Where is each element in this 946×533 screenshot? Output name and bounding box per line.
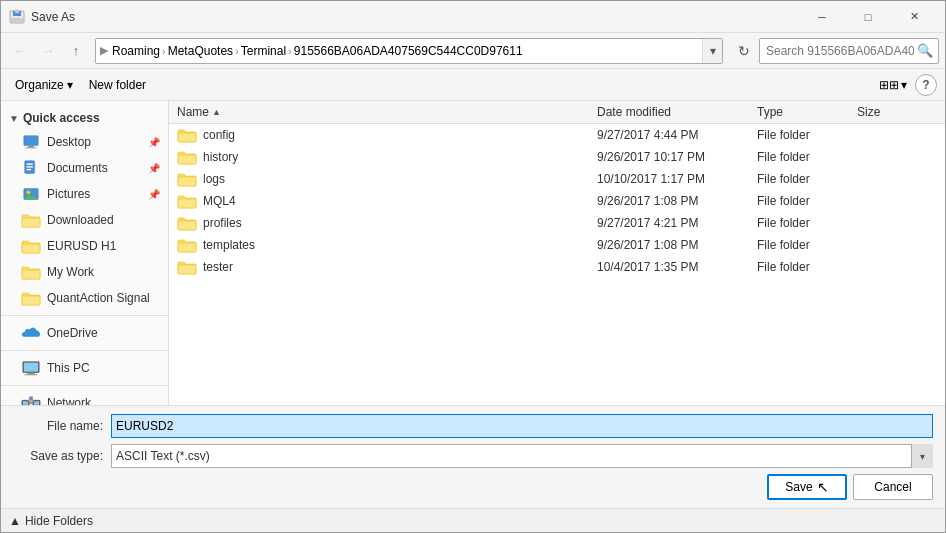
sidebar-item-documents[interactable]: Documents 📌 bbox=[1, 155, 168, 181]
filetype-label: Save as type: bbox=[13, 449, 103, 463]
minimize-button[interactable]: ─ bbox=[799, 1, 845, 33]
file-name-cell: MQL4 bbox=[177, 193, 597, 209]
hide-folders-chevron-icon: ▲ bbox=[9, 514, 21, 528]
sidebar-divider bbox=[1, 315, 168, 316]
svg-rect-15 bbox=[24, 363, 39, 372]
organize-toolbar: Organize ▾ New folder ⊞⊞ ▾ ? bbox=[1, 69, 945, 101]
breadcrumb-item: MetaQuotes bbox=[168, 44, 233, 58]
hide-folders-button[interactable]: ▲ Hide Folders bbox=[9, 514, 93, 528]
file-type: File folder bbox=[757, 128, 857, 142]
organize-button[interactable]: Organize ▾ bbox=[9, 73, 79, 97]
filename-label: File name: bbox=[13, 419, 103, 433]
folder-icon bbox=[21, 236, 41, 256]
sort-arrow-icon: ▲ bbox=[212, 107, 221, 117]
address-dropdown-button[interactable]: ▾ bbox=[702, 39, 722, 63]
sidebar-item-quantaction[interactable]: QuantAction Signal bbox=[1, 285, 168, 311]
sidebar-item-eurusd[interactable]: EURUSD H1 bbox=[1, 233, 168, 259]
file-name-cell: templates bbox=[177, 237, 597, 253]
table-row[interactable]: logs 10/10/2017 1:17 PM File folder bbox=[169, 168, 945, 190]
table-row[interactable]: MQL4 9/26/2017 1:08 PM File folder bbox=[169, 190, 945, 212]
folder-icon bbox=[177, 215, 197, 231]
folder-icon bbox=[177, 193, 197, 209]
file-type: File folder bbox=[757, 238, 857, 252]
sidebar-item-desktop[interactable]: Desktop 📌 bbox=[1, 129, 168, 155]
sidebar-item-this-pc[interactable]: This PC bbox=[1, 355, 168, 381]
file-type: File folder bbox=[757, 216, 857, 230]
breadcrumb-item: Terminal bbox=[241, 44, 286, 58]
view-dropdown-icon: ▾ bbox=[901, 78, 907, 92]
file-list: Name ▲ Date modified Type Size bbox=[169, 101, 945, 405]
svg-rect-8 bbox=[27, 164, 33, 165]
sidebar-divider bbox=[1, 385, 168, 386]
network-icon bbox=[21, 393, 41, 405]
file-name-cell: history bbox=[177, 149, 597, 165]
title-bar: Save As ─ □ ✕ bbox=[1, 1, 945, 33]
filename-input[interactable] bbox=[111, 414, 933, 438]
section-title: Quick access bbox=[23, 111, 100, 125]
sidebar-section-quick-access[interactable]: ▼ Quick access bbox=[1, 105, 168, 129]
table-row[interactable]: history 9/26/2017 10:17 PM File folder bbox=[169, 146, 945, 168]
sidebar-item-network[interactable]: Network bbox=[1, 390, 168, 405]
sidebar-label: Documents bbox=[47, 161, 146, 175]
hide-folders-bar: ▲ Hide Folders bbox=[1, 508, 945, 532]
svg-rect-5 bbox=[28, 146, 33, 148]
table-row[interactable]: templates 9/26/2017 1:08 PM File folder bbox=[169, 234, 945, 256]
sidebar-label: QuantAction Signal bbox=[47, 291, 160, 305]
breadcrumb-item: 915566BA06ADA407569C544CC0D97611 bbox=[294, 44, 523, 58]
pin-icon: 📌 bbox=[148, 137, 160, 148]
name-column-header[interactable]: Name ▲ bbox=[177, 105, 597, 119]
file-type: File folder bbox=[757, 260, 857, 274]
breadcrumb[interactable]: ▶ Desktop Roaming › MetaQuotes › Termina… bbox=[96, 39, 702, 63]
help-button[interactable]: ? bbox=[915, 74, 937, 96]
nav-toolbar: ← → ↑ ▶ Desktop Roaming › MetaQuotes › T… bbox=[1, 33, 945, 69]
address-bar[interactable]: ▶ Desktop Roaming › MetaQuotes › Termina… bbox=[95, 38, 723, 64]
folder-icon bbox=[177, 127, 197, 143]
documents-icon bbox=[21, 158, 41, 178]
help-icon: ? bbox=[922, 78, 929, 92]
svg-rect-16 bbox=[27, 373, 34, 375]
filetype-select[interactable]: ASCII Text (*.csv) CSV (*.csv) Text (*.t… bbox=[111, 444, 933, 468]
desktop-icon bbox=[21, 132, 41, 152]
cancel-button[interactable]: Cancel bbox=[853, 474, 933, 500]
hide-folders-label: Hide Folders bbox=[25, 514, 93, 528]
table-row[interactable]: tester 10/4/2017 1:35 PM File folder bbox=[169, 256, 945, 278]
view-icon: ⊞⊞ bbox=[879, 78, 899, 92]
new-folder-button[interactable]: New folder bbox=[83, 73, 152, 97]
search-input[interactable] bbox=[759, 38, 939, 64]
refresh-button[interactable]: ↻ bbox=[731, 38, 757, 64]
sidebar-item-downloaded[interactable]: Downloaded bbox=[1, 207, 168, 233]
type-column-header[interactable]: Type bbox=[757, 105, 857, 119]
folder-icon bbox=[177, 259, 197, 275]
maximize-button[interactable]: □ bbox=[845, 1, 891, 33]
view-button[interactable]: ⊞⊞ ▾ bbox=[875, 73, 911, 97]
pictures-icon bbox=[21, 184, 41, 204]
folder-icon bbox=[21, 288, 41, 308]
table-row[interactable]: profiles 9/27/2017 4:21 PM File folder bbox=[169, 212, 945, 234]
file-name: MQL4 bbox=[203, 194, 236, 208]
sidebar-item-onedrive[interactable]: OneDrive bbox=[1, 320, 168, 346]
file-date: 9/26/2017 10:17 PM bbox=[597, 150, 757, 164]
file-date: 9/26/2017 1:08 PM bbox=[597, 194, 757, 208]
close-button[interactable]: ✕ bbox=[891, 1, 937, 33]
name-header-label: Name bbox=[177, 105, 209, 119]
table-row[interactable]: config 9/27/2017 4:44 PM File folder bbox=[169, 124, 945, 146]
onedrive-icon bbox=[21, 323, 41, 343]
window-controls: ─ □ ✕ bbox=[799, 1, 937, 33]
sidebar-divider bbox=[1, 350, 168, 351]
back-button[interactable]: ← bbox=[7, 38, 33, 64]
svg-rect-6 bbox=[26, 147, 37, 148]
sidebar-label: OneDrive bbox=[47, 326, 160, 340]
date-column-header[interactable]: Date modified bbox=[597, 105, 757, 119]
save-as-dialog: Save As ─ □ ✕ ← → ↑ ▶ Desktop Roaming › … bbox=[0, 0, 946, 533]
file-name-cell: profiles bbox=[177, 215, 597, 231]
svg-rect-17 bbox=[25, 374, 38, 375]
up-button[interactable]: ↑ bbox=[63, 38, 89, 64]
sidebar-item-pictures[interactable]: Pictures 📌 bbox=[1, 181, 168, 207]
sidebar-item-mywork[interactable]: My Work bbox=[1, 259, 168, 285]
size-column-header[interactable]: Size bbox=[857, 105, 937, 119]
forward-button[interactable]: → bbox=[35, 38, 61, 64]
svg-rect-3 bbox=[11, 18, 23, 22]
sidebar-label: Downloaded bbox=[47, 213, 160, 227]
save-button[interactable]: Save ↖ bbox=[767, 474, 847, 500]
new-folder-label: New folder bbox=[89, 78, 146, 92]
